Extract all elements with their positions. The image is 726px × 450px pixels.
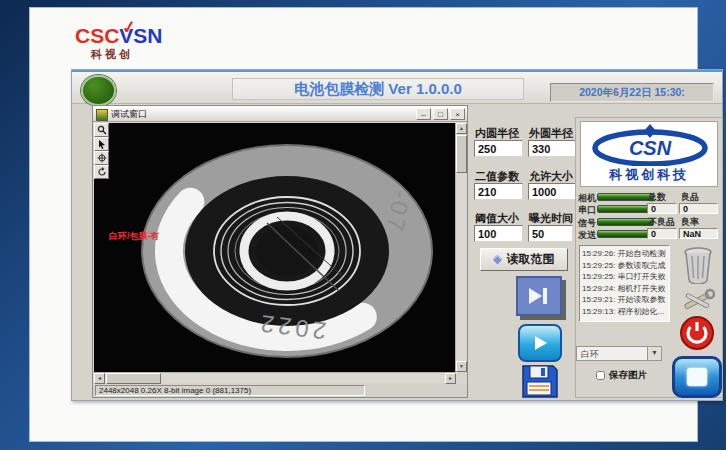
- skip-icon: [527, 286, 551, 306]
- vendor-logo-subtitle: 科视创: [91, 47, 195, 62]
- clear-log-button[interactable]: [680, 244, 716, 284]
- trash-icon: [680, 244, 716, 284]
- content-area: CSCVSN ✓ 科视创 电池包膜检测 Ver 1.0.0.0 2020年6月2…: [29, 7, 698, 442]
- camera-status-bar: [597, 193, 654, 201]
- viewer-maximize-button[interactable]: □: [433, 108, 448, 120]
- run-status-light: [81, 75, 116, 106]
- crosshair-icon: [97, 153, 107, 163]
- binary-param-input[interactable]: [474, 183, 523, 200]
- battery-image: -07 2022 白环/包膜-有: [94, 123, 456, 372]
- read-range-button[interactable]: 读取范围: [480, 248, 568, 271]
- stop-icon: [687, 368, 707, 386]
- hscroll-thumb[interactable]: [106, 373, 161, 384]
- viewer-window-icon: [96, 109, 108, 121]
- viewer-minimize-button[interactable]: –: [416, 108, 431, 120]
- param-label-exposure: 曝光时间: [529, 211, 573, 226]
- good-count-value: 0: [679, 203, 718, 214]
- scroll-right-icon[interactable]: ►: [445, 373, 456, 384]
- viewer-title: 调试窗口: [111, 108, 147, 121]
- param-label-binary: 二值参数: [475, 169, 519, 184]
- play-icon: [531, 334, 549, 352]
- viewer-vertical-scrollbar[interactable]: ▲ ▼: [455, 123, 466, 372]
- tools-icon: [680, 286, 716, 316]
- serial-status-bar: [597, 205, 654, 213]
- threshold-input[interactable]: [474, 225, 523, 242]
- debug-viewer-window: 调试窗口 – □ ×: [92, 105, 468, 398]
- detection-overlay-text: 白环/包膜-有: [109, 231, 160, 241]
- read-range-icon: [492, 255, 502, 265]
- main-window: 电池包膜检测 Ver 1.0.0.0 2020年6月22日 15:30: 调试窗…: [71, 69, 723, 401]
- cursor-tool-button[interactable]: [94, 137, 109, 151]
- control-panel: CSN 科视创科技 相机 串口 信号 发送 总数 良品 0 0 不良品: [575, 117, 723, 398]
- pan-tool-button[interactable]: [94, 151, 109, 165]
- read-range-label: 读取范围: [507, 251, 555, 268]
- next-frame-button[interactable]: [516, 276, 562, 316]
- zoom-tool-button[interactable]: [94, 123, 109, 137]
- viewer-statusbar: 2448x2048 0.26X 8-bit image 0 (881,1375): [94, 384, 467, 397]
- param-label-threshold: 阈值大小: [475, 211, 519, 226]
- floppy-icon: [520, 363, 558, 398]
- main-titlebar[interactable]: 电池包膜检测 Ver 1.0.0.0 2020年6月22日 15:30:: [72, 70, 722, 104]
- product-type-select[interactable]: 白环 ▼: [576, 346, 662, 361]
- app-title: 电池包膜检测 Ver 1.0.0.0: [232, 78, 524, 100]
- magnifier-icon: [97, 125, 107, 135]
- total-count-value: 0: [647, 203, 677, 214]
- log-entry: 15:29:13: 程序初始化...: [582, 306, 669, 318]
- save-image-checkbox-label: 保存图片: [609, 369, 647, 382]
- outer-radius-input[interactable]: [528, 140, 577, 157]
- param-label-inner-radius: 内圆半径: [475, 126, 519, 141]
- datetime-display: 2020年6月22日 15:30:: [550, 83, 714, 102]
- product-type-value: 白环: [581, 348, 599, 361]
- viewer-titlebar[interactable]: 调试窗口 – □ ×: [93, 106, 467, 122]
- csn-logo: CSN: [581, 122, 719, 166]
- vendor-logo-check-icon: ✓: [121, 16, 138, 39]
- exposure-input[interactable]: [528, 225, 573, 242]
- log-entry: 15:29:25: 参数读取完成: [582, 260, 669, 272]
- log-list[interactable]: 15:29:26: 开始自动检测 15:29:25: 参数读取完成 15:29:…: [579, 245, 670, 322]
- save-image-checkbox[interactable]: 保存图片: [596, 369, 647, 382]
- camera-image-canvas[interactable]: -07 2022 白环/包膜-有: [94, 123, 456, 372]
- log-entry: 15:29:26: 开始自动检测: [582, 248, 669, 260]
- stop-button[interactable]: [672, 356, 722, 398]
- save-image-checkbox-input[interactable]: [596, 371, 605, 380]
- param-label-allowed-size: 允许大小: [529, 169, 573, 184]
- vendor-logo-text-red: CSC: [75, 24, 119, 47]
- rotate-icon: [97, 167, 107, 177]
- company-logo-box: CSN 科视创科技: [580, 121, 718, 187]
- play-button[interactable]: [518, 324, 562, 362]
- settings-button[interactable]: [680, 286, 716, 316]
- scroll-up-icon[interactable]: ▲: [456, 123, 467, 134]
- yield-rate-value: NaN: [679, 228, 718, 239]
- device-label-send: 发送: [578, 229, 596, 242]
- desktop-background: CSCVSN ✓ 科视创 电池包膜检测 Ver 1.0.0.0 2020年6月2…: [0, 0, 726, 450]
- csn-logo-text: CSN: [629, 137, 672, 159]
- defect-count-value: 0: [647, 228, 677, 239]
- param-label-outer-radius: 外圆半径: [529, 126, 573, 141]
- viewer-toolbar: [94, 123, 110, 179]
- power-icon: [678, 314, 716, 352]
- inner-radius-input[interactable]: [474, 140, 523, 157]
- save-image-button[interactable]: [519, 363, 559, 398]
- rotate-tool-button[interactable]: [94, 165, 109, 179]
- company-name: 科视创科技: [581, 166, 717, 184]
- log-entry: 15:29:25: 串口打开失败: [582, 271, 669, 283]
- device-label-serial: 串口: [578, 204, 596, 217]
- log-entry: 15:29:24: 相机打开失败: [582, 283, 669, 295]
- scroll-left-icon[interactable]: ◄: [94, 373, 105, 384]
- vscroll-thumb[interactable]: [456, 135, 467, 173]
- signal-status-bar: [597, 218, 654, 226]
- cursor-icon: [97, 139, 107, 149]
- image-info-text: 2448x2048 0.26X 8-bit image 0 (881,1375): [95, 385, 365, 396]
- viewer-horizontal-scrollbar[interactable]: ◄ ►: [94, 372, 456, 383]
- send-status-bar: [597, 230, 654, 238]
- vendor-logo: CSCVSN ✓ 科视创: [75, 25, 195, 67]
- log-entry: 15:29:21: 开始读取参数: [582, 294, 669, 306]
- dropdown-arrow-icon[interactable]: ▼: [647, 347, 661, 360]
- scroll-down-icon[interactable]: ▼: [456, 361, 467, 372]
- allowed-size-input[interactable]: [528, 183, 579, 200]
- viewer-close-button[interactable]: ×: [450, 108, 465, 120]
- power-button[interactable]: [678, 314, 716, 352]
